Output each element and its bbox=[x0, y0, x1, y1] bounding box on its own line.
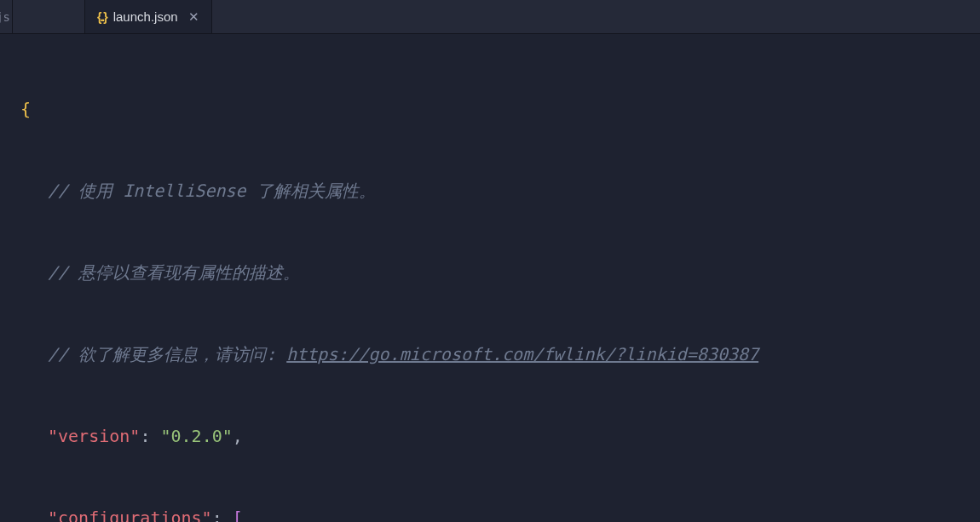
json-file-icon: {..} bbox=[97, 10, 107, 24]
tab-previous-peek[interactable]: .js bbox=[0, 0, 13, 33]
json-key: "configurations" bbox=[48, 508, 212, 522]
code-comment: // 悬停以查看现有属性的描述。 bbox=[48, 262, 300, 283]
editor-tab-bar: .js {..} launch.json ✕ bbox=[0, 0, 980, 34]
tab-spacer bbox=[13, 0, 85, 33]
code-comment: // 使用 IntelliSense 了解相关属性。 bbox=[48, 181, 376, 201]
json-key: "version" bbox=[48, 426, 140, 446]
code-comment: // 欲了解更多信息，请访问: bbox=[48, 344, 286, 364]
tab-filename: launch.json bbox=[113, 9, 178, 24]
json-string: "0.2.0" bbox=[160, 426, 232, 446]
close-icon[interactable]: ✕ bbox=[188, 9, 199, 25]
brace-open: { bbox=[20, 99, 31, 119]
tab-launch-json[interactable]: {..} launch.json ✕ bbox=[85, 0, 212, 33]
doc-link[interactable]: https://go.microsoft.com/fwlink/?linkid=… bbox=[286, 344, 758, 364]
code-editor[interactable]: { // 使用 IntelliSense 了解相关属性。 // 悬停以查看现有属… bbox=[0, 34, 980, 522]
